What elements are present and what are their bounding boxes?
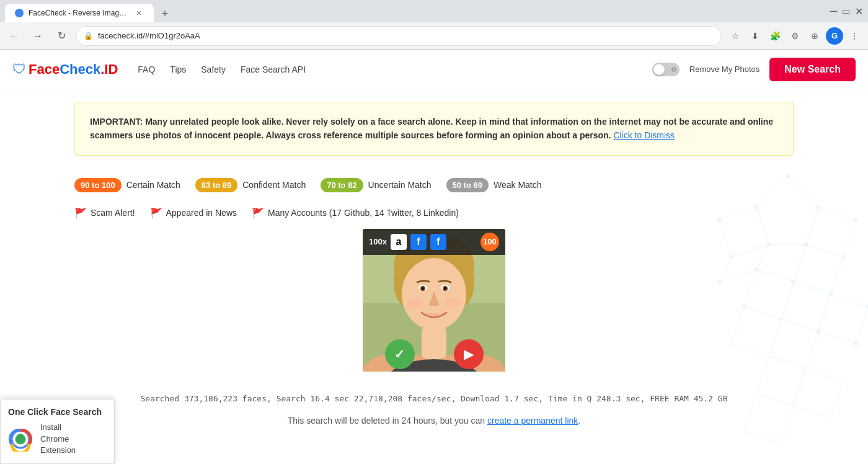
news-flag-text: Appeared in News	[166, 208, 237, 218]
facebook-site-icon-2: f	[430, 234, 446, 250]
badge-certain-label: Certain Match	[126, 180, 180, 190]
permanent-link[interactable]: create a permanent link	[487, 416, 578, 426]
svg-point-37	[854, 218, 857, 221]
red-icon: ▶	[454, 339, 484, 369]
install-line1: Install	[40, 422, 61, 432]
back-button[interactable]: ←	[5, 27, 24, 45]
install-line2: Chrome	[40, 434, 69, 444]
green-icon: ✓	[385, 339, 415, 369]
svg-point-46	[854, 342, 857, 346]
svg-point-11	[444, 287, 446, 290]
svg-marker-19	[806, 207, 856, 257]
svg-point-33	[817, 205, 820, 209]
logo-face: Face	[29, 61, 60, 77]
header-right: ⚙ Remove My Photos New Search	[652, 58, 856, 81]
badge-uncertain: 70 to 82 Uncertain Match	[321, 178, 431, 192]
site-nav: FAQ Tips Safety Face Search API	[138, 65, 306, 74]
badge-confident-pill: 83 to 89	[195, 178, 237, 192]
menu-button[interactable]: ⋮	[846, 27, 863, 45]
extensions-button[interactable]: ⚙	[786, 27, 804, 45]
install-widget-title: One Click Face Search	[8, 407, 107, 417]
news-flag-icon: 🚩	[150, 207, 162, 219]
tab-bar: FaceCheck - Reverse Image Sear... × +	[5, 0, 174, 22]
accounts-flag-icon: 🚩	[252, 207, 264, 219]
flag-scam: 🚩 Scam Alert!	[74, 207, 135, 219]
close-button[interactable]: ✕	[855, 6, 863, 17]
logo-check: Check	[60, 61, 100, 77]
url-text: facecheck.id/#mlO1gr2oAaA	[98, 31, 714, 40]
badge-uncertain-pill: 70 to 82	[321, 178, 363, 192]
badge-weak-pill: 50 to 69	[446, 178, 489, 192]
active-tab[interactable]: FaceCheck - Reverse Image Sear... ×	[5, 4, 154, 22]
card-bottom: ✓ ▶	[363, 337, 505, 372]
svg-point-13	[445, 298, 460, 308]
badge-weak-label: Weak Match	[494, 180, 542, 190]
match-multiplier: 100x	[369, 237, 387, 246]
svg-point-38	[841, 255, 845, 259]
new-search-button[interactable]: New Search	[769, 58, 856, 81]
badge-certain-pill: 90 to 100	[74, 178, 122, 192]
minimize-button[interactable]: ─	[830, 6, 837, 17]
scam-flag-text: Scam Alert!	[91, 208, 135, 218]
browser-frame: FaceCheck - Reverse Image Sear... × + ─ …	[0, 0, 868, 464]
logo-id: .ID	[100, 61, 118, 77]
amazon-site-icon: a	[391, 234, 407, 250]
match-badges-row: 90 to 100 Certain Match 83 to 89 Confide…	[74, 168, 794, 202]
remove-photos-link[interactable]: Remove My Photos	[689, 65, 760, 74]
extension-puzzle-button[interactable]: 🧩	[766, 27, 784, 45]
tab-favicon	[15, 9, 24, 17]
new-tab-button[interactable]: +	[156, 5, 174, 22]
install-widget-text: Install Chrome Extension	[40, 422, 76, 456]
svg-point-44	[829, 292, 833, 296]
main-area: IMPORTANT: Many unrelated people look al…	[62, 102, 806, 443]
browser-toolbar: ← → ↻ 🔒 facecheck.id/#mlO1gr2oAaA ☆ ⬇ 🧩 …	[0, 22, 868, 50]
nav-faq[interactable]: FAQ	[138, 65, 155, 74]
svg-point-12	[408, 298, 423, 308]
toggle-knob	[653, 64, 665, 75]
badge-certain: 90 to 100 Certain Match	[74, 178, 180, 192]
download-button[interactable]: ⬇	[746, 27, 764, 45]
maximize-button[interactable]: ▭	[842, 6, 850, 16]
logo-text: FaceCheck.ID	[29, 61, 118, 78]
toolbar-actions: ☆ ⬇ 🧩 ⚙ ⊕ G ⋮	[727, 27, 863, 45]
dark-mode-toggle[interactable]: ⚙	[652, 63, 680, 76]
nav-api[interactable]: Face Search API	[241, 65, 306, 74]
tab-close-button[interactable]: ×	[134, 8, 144, 18]
gear-icon: ⚙	[671, 65, 677, 73]
dismiss-link[interactable]: Click to Dismiss	[613, 130, 675, 140]
chrome-extension-icon	[8, 427, 33, 452]
flag-accounts: 🚩 Many Accounts (17 Github, 14 Twitter, …	[252, 207, 459, 219]
install-widget[interactable]: One Click Face Search Install Chrome Ext…	[0, 399, 115, 464]
logo-link[interactable]: 🛡 FaceCheck.ID	[12, 61, 118, 78]
security-lock-icon: 🔒	[84, 32, 93, 40]
results-section: 100x a f f 100	[74, 229, 794, 381]
warning-banner: IMPORTANT: Many unrelated people look al…	[74, 102, 794, 156]
svg-point-53	[17, 435, 24, 443]
shield-icon: 🛡	[12, 61, 26, 78]
search-stats: Searched 373,186,223 faces, Search 16.4 …	[74, 381, 794, 411]
bookmark-button[interactable]: ☆	[727, 27, 744, 45]
reload-button[interactable]: ↻	[52, 27, 71, 45]
delete-notice: This search will be deleted in 24 hours,…	[74, 411, 794, 431]
delete-notice-period: .	[578, 416, 580, 426]
result-card[interactable]: 100x a f f 100	[363, 229, 505, 372]
browser-titlebar: FaceCheck - Reverse Image Sear... × + ─ …	[0, 0, 868, 22]
tab-title: FaceCheck - Reverse Image Sear...	[29, 9, 129, 17]
install-widget-body: Install Chrome Extension	[8, 422, 107, 456]
site-header: 🛡 FaceCheck.ID FAQ Tips Safety Face Sear…	[0, 50, 868, 89]
address-bar[interactable]: 🔒 facecheck.id/#mlO1gr2oAaA	[76, 26, 722, 46]
match-score-circle: 100	[480, 233, 499, 251]
profile-sync-button[interactable]: ⊕	[806, 27, 823, 45]
flag-news: 🚩 Appeared in News	[150, 207, 237, 219]
profile-button[interactable]: G	[826, 27, 843, 45]
forward-button[interactable]: →	[29, 27, 47, 45]
badge-confident-label: Confident Match	[242, 180, 306, 190]
accounts-flag-text: Many Accounts (17 Github, 14 Twitter, 8 …	[268, 208, 459, 218]
svg-marker-26	[818, 294, 868, 344]
facebook-site-icon-1: f	[410, 234, 427, 250]
nav-safety[interactable]: Safety	[201, 65, 226, 74]
nav-tips[interactable]: Tips	[170, 65, 186, 74]
badge-confident: 83 to 89 Confident Match	[195, 178, 306, 192]
page-content: 🛡 FaceCheck.ID FAQ Tips Safety Face Sear…	[0, 50, 868, 464]
scam-flag-icon: 🚩	[74, 207, 87, 219]
